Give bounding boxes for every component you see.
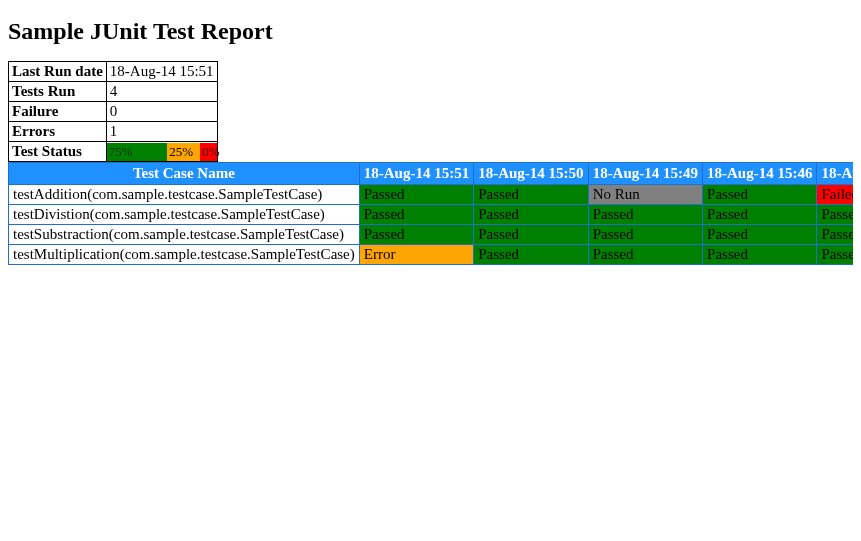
result-cell-passed: Passed [703,225,817,245]
result-cell-norun: No Run [588,185,702,205]
results-header-run: 18-Aug-14 15:49 [588,163,702,185]
table-row: testAddition(com.sample.testcase.SampleT… [9,185,854,205]
summary-table: Last Run date18-Aug-14 15:51Tests Run4Fa… [8,61,218,162]
summary-value: 1 [106,122,217,142]
summary-row: Errors1 [9,122,218,142]
test-case-name: testMultiplication(com.sample.testcase.S… [9,245,360,265]
result-cell-passed: Passed [703,205,817,225]
summary-label: Errors [9,122,107,142]
status-segment-green: 75% [107,143,167,161]
result-cell-error: Error [359,245,473,265]
page-title: Sample JUnit Test Report [8,18,853,45]
results-header-run: 18-Aug-14 15:46 [703,163,817,185]
results-header-name: Test Case Name [9,163,360,185]
summary-label: Tests Run [9,82,107,102]
results-header-run: 18-Aug-14 15:51 [359,163,473,185]
result-cell-passed: Passed [588,225,702,245]
result-cell-passed: Passed [588,245,702,265]
result-cell-passed: Passed [474,225,588,245]
results-header-run: 18-Aug-14 15:45 [817,163,853,185]
result-cell-passed: Passed [588,205,702,225]
result-cell-passed: Passed [817,245,853,265]
summary-label: Failure [9,102,107,122]
result-cell-passed: Passed [817,225,853,245]
summary-value: 4 [106,82,217,102]
results-header-run: 18-Aug-14 15:50 [474,163,588,185]
result-cell-passed: Passed [474,205,588,225]
summary-row: Failure0 [9,102,218,122]
result-cell-passed: Passed [817,205,853,225]
summary-status-label: Test Status [9,142,107,162]
summary-value: 18-Aug-14 15:51 [106,62,217,82]
result-cell-passed: Passed [474,245,588,265]
table-row: testDivistion(com.sample.testcase.Sample… [9,205,854,225]
test-case-name: testAddition(com.sample.testcase.SampleT… [9,185,360,205]
summary-row: Tests Run4 [9,82,218,102]
result-cell-failed: Failed [817,185,853,205]
results-table: Test Case Name18-Aug-14 15:5118-Aug-14 1… [8,162,853,265]
result-cell-passed: Passed [703,185,817,205]
summary-status-bar: 75%25%0% [106,142,217,162]
test-case-name: testSubstraction(com.sample.testcase.Sam… [9,225,360,245]
summary-value: 0 [106,102,217,122]
summary-label: Last Run date [9,62,107,82]
result-cell-passed: Passed [703,245,817,265]
summary-status-row: Test Status75%25%0% [9,142,218,162]
status-segment-red: 0% [200,143,216,161]
status-segment-orange: 25% [167,143,200,161]
summary-row: Last Run date18-Aug-14 15:51 [9,62,218,82]
result-cell-passed: Passed [359,185,473,205]
result-cell-passed: Passed [359,205,473,225]
test-case-name: testDivistion(com.sample.testcase.Sample… [9,205,360,225]
result-cell-passed: Passed [474,185,588,205]
table-row: testSubstraction(com.sample.testcase.Sam… [9,225,854,245]
table-row: testMultiplication(com.sample.testcase.S… [9,245,854,265]
result-cell-passed: Passed [359,225,473,245]
